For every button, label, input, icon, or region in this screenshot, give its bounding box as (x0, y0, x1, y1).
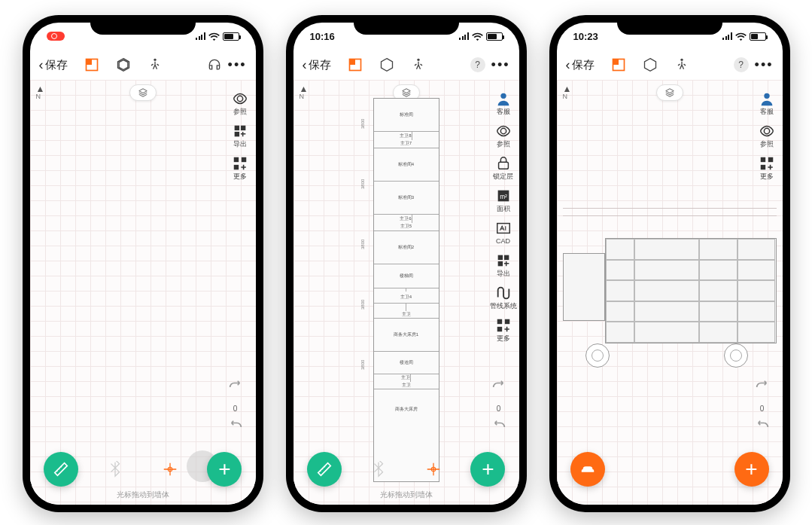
fab-row: + (557, 452, 783, 487)
svg-point-28 (764, 93, 769, 99)
export-icon (232, 123, 248, 139)
undo-redo: 0 (754, 380, 771, 437)
view-2d-icon[interactable] (348, 57, 363, 72)
action-reference[interactable]: 参照 (229, 90, 251, 115)
svg-rect-23 (497, 327, 501, 331)
back-save-button[interactable]: ‹ 保存 (303, 58, 331, 72)
undo-button[interactable] (754, 420, 771, 437)
wifi-icon (208, 32, 220, 41)
layers-button[interactable] (129, 84, 157, 101)
battery-icon (486, 32, 503, 41)
bluetooth-fab[interactable] (361, 452, 396, 487)
headset-icon[interactable] (207, 57, 222, 72)
canvas-area[interactable]: ▲N 3800 3800 3800 3800 3800 标准间 主卫8主卫7 标… (293, 80, 519, 505)
chevron-left-icon: ‹ (39, 58, 44, 72)
action-area[interactable]: m²面积 (492, 188, 515, 212)
add-fab[interactable]: + (207, 452, 242, 487)
more-menu[interactable]: ••• (228, 57, 247, 73)
ruler-top (563, 208, 777, 209)
furniture-fab[interactable] (570, 452, 605, 487)
undo-redo: 0 (491, 380, 507, 437)
truck-cabin (563, 253, 605, 321)
svg-rect-18 (497, 255, 502, 260)
action-reference[interactable]: 参照 (492, 123, 515, 148)
redo-button[interactable] (491, 380, 507, 397)
avatar-icon (759, 90, 775, 107)
action-lock-floor[interactable]: 锁定层 (492, 155, 515, 180)
action-reference[interactable]: 参照 (756, 123, 778, 148)
help-button[interactable]: ? (470, 57, 485, 72)
time-label: 10:23 (573, 31, 598, 42)
svg-point-2 (154, 59, 156, 61)
ruler-fab[interactable] (44, 452, 78, 487)
action-more[interactable]: 更多 (229, 155, 251, 180)
undo-button[interactable] (227, 420, 244, 437)
redo-button[interactable] (754, 380, 771, 397)
back-save-button[interactable]: ‹ 保存 (39, 58, 68, 72)
redo-button[interactable] (227, 380, 244, 397)
view-2d-icon[interactable] (84, 57, 99, 72)
svg-rect-5 (234, 132, 239, 136)
cellular-icon (722, 32, 732, 40)
walkthrough-icon[interactable] (411, 57, 426, 72)
svg-point-13 (500, 93, 506, 99)
canvas-area[interactable]: ▲N 参照 导出 更多 0 (30, 80, 256, 505)
action-more[interactable]: 更多 (756, 155, 778, 180)
floorplan-vehicle[interactable] (563, 230, 777, 351)
svg-rect-11 (349, 60, 355, 66)
floorplan-building[interactable]: 3800 3800 3800 3800 3800 标准间 主卫8主卫7 标准间4… (373, 98, 439, 482)
hint-text: 光标拖动到墙体 (117, 490, 169, 500)
notch (90, 15, 196, 35)
crosshair-fab[interactable] (416, 452, 451, 487)
top-toolbar: ‹ 保存 ? ••• (557, 50, 783, 80)
action-export[interactable]: 导出 (492, 252, 515, 277)
notch (354, 15, 459, 35)
undo-button[interactable] (491, 420, 507, 437)
export-icon (495, 252, 512, 269)
more-menu[interactable]: ••• (755, 57, 774, 73)
top-toolbar: ‹ 保存 ••• (30, 50, 256, 80)
bluetooth-fab[interactable] (98, 452, 132, 487)
walkthrough-icon[interactable] (147, 57, 163, 72)
ruler-top-2 (563, 215, 777, 216)
svg-rect-6 (233, 157, 238, 162)
view-3d-icon[interactable] (643, 57, 658, 72)
more-menu[interactable]: ••• (491, 57, 510, 73)
cellular-icon (196, 32, 205, 40)
undo-redo: 0 (227, 380, 244, 437)
view-3d-icon[interactable] (379, 57, 394, 72)
action-more[interactable]: 更多 (492, 317, 515, 342)
dimensions-left: 3800 3800 3800 3800 3800 (360, 99, 371, 481)
crosshair-fab[interactable] (153, 452, 187, 487)
add-fab[interactable]: + (470, 452, 505, 487)
svg-rect-4 (240, 126, 245, 130)
phone-3: 10:23 ‹ 保存 ? ••• ▲N (549, 15, 790, 512)
cad-icon (495, 220, 512, 237)
truck-cargo (605, 238, 777, 343)
view-2d-icon[interactable] (611, 57, 626, 72)
recording-indicator (47, 32, 65, 41)
save-label: 保存 (572, 58, 595, 72)
canvas-area[interactable]: ▲N 客服 (557, 80, 783, 505)
cellular-icon (459, 32, 469, 40)
ruler-fab[interactable] (307, 452, 342, 487)
walkthrough-icon[interactable] (674, 57, 689, 72)
wifi-icon (735, 32, 747, 41)
save-label: 保存 (309, 58, 331, 72)
time-label: 10:16 (310, 31, 335, 42)
svg-rect-19 (503, 255, 508, 260)
back-save-button[interactable]: ‹ 保存 (566, 58, 595, 72)
svg-rect-22 (504, 319, 509, 324)
help-button[interactable]: ? (734, 57, 749, 72)
notch (617, 15, 722, 35)
action-customer-service[interactable]: 客服 (492, 90, 515, 115)
layers-button[interactable] (656, 84, 683, 101)
right-action-column: 客服 参照 锁定层 m²面积 CAD 导出 管线系统 更多 (492, 90, 515, 342)
action-customer-service[interactable]: 客服 (756, 90, 778, 115)
action-pipeline[interactable]: 管线系统 (492, 285, 515, 310)
add-fab[interactable]: + (734, 452, 769, 487)
action-export[interactable]: 导出 (229, 123, 251, 148)
action-cad[interactable]: CAD (492, 220, 515, 245)
view-3d-icon[interactable] (116, 57, 131, 72)
chevron-left-icon: ‹ (566, 58, 570, 72)
